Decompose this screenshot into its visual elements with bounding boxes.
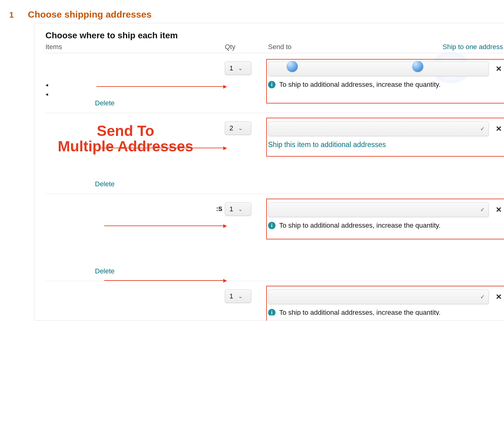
- item-row: 2 ⌄ ✓ ✕ Ship this item to additional add…: [45, 113, 503, 152]
- item-row: 1 ⌄ ✓ ✕ i To ship to add: [45, 281, 503, 320]
- qty-hint: To ship to additional addresses, increas…: [279, 81, 441, 89]
- annotation-arrow: [104, 226, 226, 226]
- chevron-down-icon: ⌄: [238, 65, 243, 72]
- chevron-down-icon: ⌄: [238, 125, 243, 132]
- item-row: ◀ ◀ 1 ⌄: [45, 53, 503, 92]
- quantity-value: 1: [229, 205, 233, 213]
- delete-item-link[interactable]: Delete: [95, 99, 115, 107]
- col-sendto-header: Send to: [268, 43, 292, 51]
- chevron-down-icon: ⌄: [238, 206, 243, 213]
- panel-heading: Choose where to ship each item: [45, 31, 503, 40]
- quantity-stepper[interactable]: 2 ⌄: [225, 121, 251, 135]
- delete-item-link[interactable]: Delete: [95, 267, 115, 275]
- info-icon: i: [268, 309, 275, 315]
- quantity-stepper[interactable]: 1 ⌄: [225, 61, 251, 75]
- item-row: :S 1 ⌄ ✓ ✕: [45, 194, 503, 233]
- quantity-value: 2: [229, 124, 233, 132]
- quantity-stepper[interactable]: 1 ⌄: [225, 289, 251, 303]
- decorative-orbs: [287, 61, 504, 72]
- info-icon: i: [268, 222, 275, 229]
- delete-item-link[interactable]: Delete: [95, 180, 115, 188]
- col-items-header: Items: [45, 43, 225, 51]
- truncated-text-glyph: ◀: [45, 83, 47, 87]
- annotation-arrow: [96, 86, 226, 87]
- address-select[interactable]: ✓: [268, 202, 489, 217]
- remove-address-button[interactable]: ✕: [494, 205, 503, 214]
- info-icon: i: [268, 81, 275, 88]
- ship-additional-link[interactable]: Ship this item to additional addresses: [268, 141, 386, 149]
- ship-to-one-address-link[interactable]: Ship to one address: [442, 43, 503, 51]
- truncated-item-text: :S: [216, 205, 222, 213]
- quantity-value: 1: [229, 64, 233, 72]
- check-icon: ✓: [480, 206, 485, 213]
- chevron-down-icon: ⌄: [238, 293, 243, 300]
- shipping-card: Choose where to ship each item Items Qty…: [34, 23, 504, 321]
- address-select[interactable]: ✓: [268, 289, 489, 304]
- qty-hint: To ship to additional addresses, increas…: [279, 221, 441, 230]
- check-icon: ✓: [480, 293, 485, 300]
- step-title: Choose shipping addresses: [28, 9, 152, 20]
- check-icon: ✓: [480, 125, 485, 132]
- col-qty-header: Qty: [225, 43, 268, 51]
- truncated-text-glyph: ◀: [45, 92, 47, 96]
- address-select[interactable]: ✓: [268, 121, 489, 136]
- quantity-value: 1: [229, 292, 233, 300]
- quantity-stepper[interactable]: 1 ⌄: [225, 202, 251, 216]
- remove-address-button[interactable]: ✕: [494, 124, 503, 133]
- step-number: 1: [9, 10, 19, 20]
- qty-hint: To ship to additional addresses, increas…: [279, 309, 441, 315]
- orb-icon: [287, 61, 298, 72]
- orb-icon: [412, 61, 423, 72]
- remove-address-button[interactable]: ✕: [494, 293, 503, 301]
- annotation-arrow: [101, 148, 226, 148]
